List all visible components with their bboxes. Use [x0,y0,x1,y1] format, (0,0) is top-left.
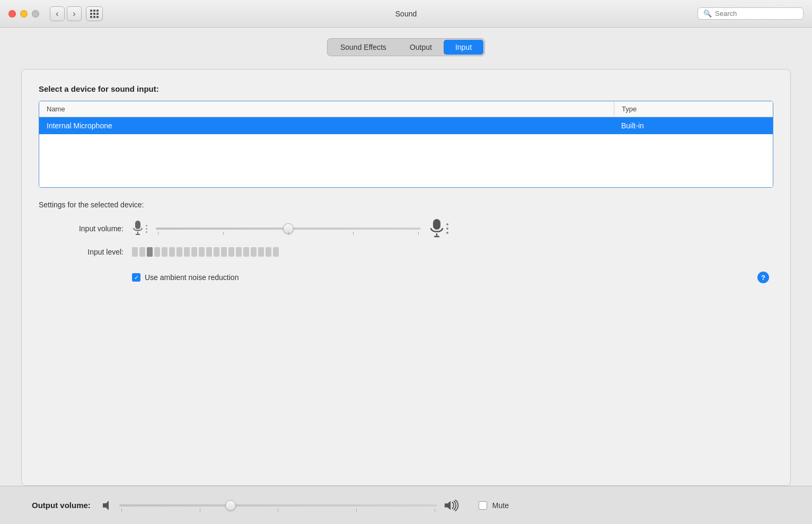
forward-button[interactable]: › [67,6,82,21]
output-volume-slider[interactable] [119,504,437,506]
volume-high-icon [444,499,461,512]
checkbox-section: ✓ Use ambient noise reduction ? [39,272,773,283]
volume-low-icon [101,499,114,512]
mic-large-icon [429,219,448,239]
level-bar [236,247,242,257]
column-type: Type [614,101,773,117]
tab-input[interactable]: Input [444,40,483,55]
level-bar [266,247,271,257]
settings-section-label: Settings for the selected device: [39,200,773,209]
mute-label: Mute [492,501,509,510]
minimize-button[interactable] [20,10,28,18]
device-name: Internal Microphone [39,117,614,134]
mute-checkbox[interactable] [479,501,487,510]
bottom-bar: Output volume: Mute [0,486,812,524]
level-bar [154,247,160,257]
checkmark-icon: ✓ [134,275,139,281]
level-bar [258,247,264,257]
device-table: Name Type Internal Microphone Built-in [39,101,773,188]
tabs-container: Sound Effects Output Input [21,38,791,56]
svg-marker-6 [103,501,109,510]
level-bar [228,247,234,257]
output-slider-track [119,504,437,506]
close-button[interactable] [8,10,16,18]
output-volume-label: Output volume: [32,501,91,510]
svg-rect-3 [433,219,440,230]
table-empty-area [39,134,773,187]
level-bar [184,247,190,257]
back-button[interactable]: ‹ [50,6,65,21]
level-bar [199,247,205,257]
slider-ticks [156,232,421,235]
help-button[interactable]: ? [757,272,769,283]
forward-icon: › [73,9,75,19]
tabs: Sound Effects Output Input [327,38,485,56]
level-bar [139,247,145,257]
nav-buttons: ‹ › [50,6,82,21]
tab-sound-effects[interactable]: Sound Effects [329,40,398,55]
input-level-label: Input level: [39,248,123,256]
level-bar [162,247,167,257]
table-header: Name Type [39,101,773,117]
level-bar [191,247,197,257]
svg-marker-7 [445,501,451,510]
device-section-label: Select a device for sound input: [39,84,773,93]
level-bar [206,247,212,257]
traffic-lights [8,10,39,18]
back-icon: ‹ [56,9,58,19]
ambient-noise-label: Use ambient noise reduction [145,273,239,282]
level-bar [243,247,249,257]
maximize-button[interactable] [32,10,39,18]
level-bar [169,247,175,257]
slider-track [156,228,421,230]
level-bar [176,247,182,257]
level-bar [132,247,138,257]
level-bar [221,247,227,257]
ambient-noise-checkbox[interactable]: ✓ [132,273,140,282]
window-title: Sound [395,10,417,18]
search-input[interactable] [715,10,798,18]
level-bar [147,247,153,257]
tab-output[interactable]: Output [398,40,444,55]
level-bar [214,247,219,257]
mic-small-icon [132,220,147,237]
input-level-row: Input level: [39,247,773,257]
column-name: Name [39,101,614,117]
main-content: Sound Effects Output Input Select a devi… [0,28,812,486]
level-bar [251,247,257,257]
content-panel: Select a device for sound input: Name Ty… [21,69,791,486]
search-box[interactable]: 🔍 [698,7,804,20]
titlebar: ‹ › Sound 🔍 [0,0,812,28]
grid-view-button[interactable] [86,6,103,21]
mute-area: Mute [479,501,509,510]
level-bar [273,247,279,257]
input-volume-slider[interactable] [156,228,421,230]
table-row[interactable]: Internal Microphone Built-in [39,117,773,134]
input-volume-row: Input volume: [39,219,773,239]
search-icon: 🔍 [703,10,712,18]
input-level-meter [132,247,279,257]
svg-rect-0 [135,221,140,229]
device-type: Built-in [614,117,773,134]
input-volume-label: Input volume: [39,224,123,233]
output-slider-ticks [119,509,437,512]
grid-icon [90,10,99,18]
